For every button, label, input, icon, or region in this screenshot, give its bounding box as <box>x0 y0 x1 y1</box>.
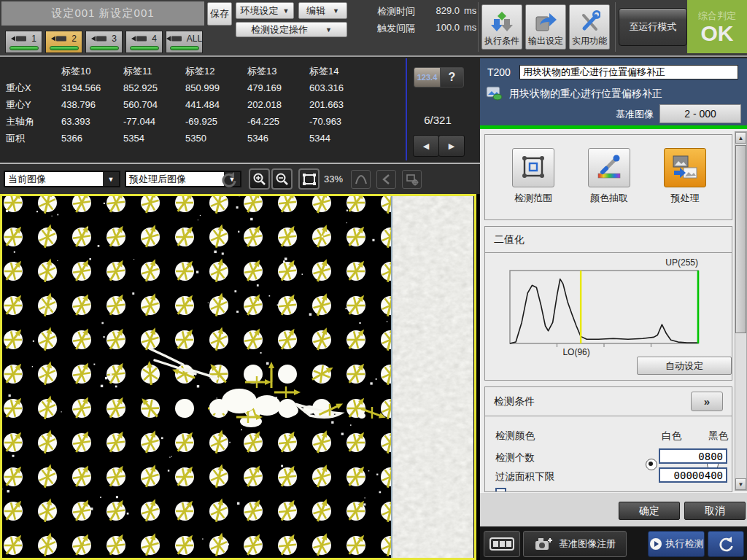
tab-2[interactable]: 2 <box>45 31 82 53</box>
detect-time-label: 检测时间 <box>377 5 415 18</box>
detect-time-unit: ms <box>464 5 476 16</box>
panel-scrollbar[interactable]: ▲ ▼ <box>735 131 747 491</box>
divider <box>615 2 616 52</box>
tab-1[interactable]: 1 <box>5 31 42 53</box>
chevron-down-icon: ▼ <box>333 7 339 15</box>
cell: 5350 <box>185 133 247 144</box>
camera-tab-icon <box>166 35 184 42</box>
detect-operations-menu[interactable]: 检测设定操作 ▼ <box>236 22 347 37</box>
cancel-button[interactable]: 取消 <box>684 502 746 520</box>
tool-settings-panel: 检测范围 颜色抽取 预处理 <box>480 129 747 492</box>
vision-inspection-app: 设定001 新设定001 保存 环境设定 ▼ 编辑 ▼ 检测设定操作 ▼ 123… <box>0 0 747 560</box>
bottom-action-bar: 基准图像注册 执行检测 <box>480 526 747 560</box>
upper-threshold-label: UP(255) <box>665 257 698 268</box>
tab-3[interactable]: 3 <box>85 31 123 53</box>
cell: 479.169 <box>247 82 309 93</box>
cell: 5366 <box>61 133 123 144</box>
reference-image-value[interactable]: 2 - 000 <box>659 104 741 123</box>
retrigger-button[interactable] <box>708 531 744 557</box>
environment-menu[interactable]: 环境设定 ▼ <box>236 2 294 19</box>
film-strip-icon <box>489 536 514 552</box>
auto-set-button[interactable]: 自动设定 <box>637 357 732 375</box>
cell: -64.225 <box>247 116 309 127</box>
next-page-button[interactable]: ▶ <box>438 135 465 157</box>
tab-label: 1 <box>31 34 36 44</box>
preprocess-icon <box>670 153 700 182</box>
scroll-up-button[interactable]: ▲ <box>735 132 746 144</box>
fit-view-button[interactable] <box>298 168 320 190</box>
expand-button[interactable]: » <box>691 392 723 411</box>
cell: 852.925 <box>123 82 185 93</box>
camera-tab-icon <box>51 35 69 42</box>
cell: 5344 <box>309 133 371 144</box>
profile-view-icon[interactable] <box>376 170 396 189</box>
top-bar: 设定001 新设定001 保存 环境设定 ▼ 编辑 ▼ 检测设定操作 ▼ 123… <box>0 0 747 57</box>
scroll-down-button[interactable]: ▼ <box>735 478 746 490</box>
to-run-mode-button[interactable]: 至运行模式 <box>619 8 687 46</box>
detect-count-input[interactable]: 0800 <box>659 448 727 464</box>
overall-judgement: 综合判定 OK <box>687 0 747 53</box>
tab-label: 3 <box>112 34 117 44</box>
color-extract-button[interactable] <box>588 148 630 187</box>
export-icon <box>535 10 557 34</box>
judgement-label: 综合判定 <box>698 9 736 23</box>
refresh-image-icon[interactable] <box>219 170 238 192</box>
unit-header: T200 用块状物的重心进行位置偏移补正 用块状物的重心进行位置偏移补正 基准图… <box>480 58 747 125</box>
cell: 441.484 <box>185 99 247 110</box>
zoom-in-button[interactable] <box>249 168 270 190</box>
col-header: 标签10 <box>61 65 123 78</box>
film-strip-button[interactable] <box>484 531 520 557</box>
trigger-interval-value: 100.0 <box>427 22 460 33</box>
exec-condition-button[interactable]: 执行条件 <box>481 4 522 50</box>
scrollbar-thumb[interactable] <box>735 145 746 333</box>
unit-icon <box>486 86 503 101</box>
help-button[interactable]: ? <box>440 67 464 88</box>
utility-button[interactable]: 实用功能 <box>569 4 610 50</box>
camera-tab-icon <box>11 35 28 42</box>
tab-4[interactable]: 4 <box>125 31 163 53</box>
register-reference-button[interactable]: 基准图像注册 <box>523 531 627 557</box>
cell: 202.018 <box>247 99 309 110</box>
min-area-input[interactable]: 00000400 <box>659 467 727 483</box>
histogram-view-icon[interactable] <box>351 170 371 189</box>
run-detect-button[interactable]: 执行检测 <box>648 531 705 557</box>
image-source-select[interactable]: 当前图像 ▼ <box>4 171 120 187</box>
refresh-icon <box>717 535 735 553</box>
zoom-out-button[interactable] <box>271 168 293 190</box>
row-label: 重心X <box>6 82 61 95</box>
numeric-display-button[interactable]: 123.4 <box>414 67 441 88</box>
camera-icon <box>534 535 553 553</box>
divider <box>406 58 407 160</box>
cell: 603.316 <box>309 82 371 93</box>
tools-icon <box>578 10 600 34</box>
save-button[interactable]: 保存 <box>207 2 232 26</box>
unit-name-input[interactable]: 用块状物的重心进行位置偏移补正 <box>519 65 738 79</box>
branch-arrows-icon <box>491 10 513 34</box>
detect-color-label: 检测颜色 <box>495 429 535 443</box>
trigger-interval-label: 触发间隔 <box>377 22 415 35</box>
range-icon <box>518 153 549 182</box>
preprocess-button[interactable] <box>664 148 706 187</box>
output-settings-button[interactable]: 输出设定 <box>525 4 566 50</box>
prev-page-button[interactable]: ◀ <box>413 135 439 157</box>
edit-menu-label: 编辑 <box>306 4 325 18</box>
edit-menu[interactable]: 编辑 ▼ <box>298 2 347 19</box>
camera-tab-icon <box>91 35 109 42</box>
detect-time-value: 829.0 <box>427 5 460 16</box>
tab-all[interactable]: ALL <box>166 31 203 53</box>
image-source-value: 当前图像 <box>5 173 103 186</box>
tab-label: 4 <box>152 34 157 44</box>
page-indicator: 6/321 <box>409 114 467 126</box>
ok-button[interactable]: 确定 <box>619 502 680 520</box>
radio-white[interactable] <box>646 459 657 470</box>
camera-image-view[interactable] <box>0 194 480 560</box>
image-settings-icon[interactable] <box>402 170 422 189</box>
col-header: 标签11 <box>123 65 185 78</box>
zoom-percent: 33% <box>324 174 343 184</box>
cell: 63.393 <box>61 116 123 127</box>
results-table-area: 标签10 标签11 标签12 标签13 标签14 重心X 3194.566 85… <box>0 58 480 163</box>
results-table: 标签10 标签11 标签12 标签13 标签14 重心X 3194.566 85… <box>6 63 371 147</box>
detect-range-button[interactable] <box>512 148 554 187</box>
color-extract-label: 颜色抽取 <box>569 192 649 205</box>
register-reference-label: 基准图像注册 <box>559 537 616 551</box>
